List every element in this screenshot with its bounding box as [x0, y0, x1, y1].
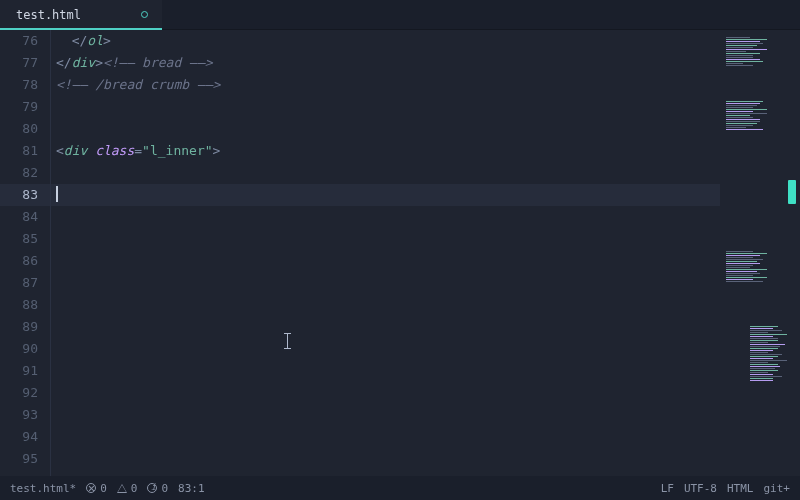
line-number: 91	[0, 360, 38, 382]
status-errors[interactable]: 0	[86, 482, 107, 495]
error-icon	[86, 483, 96, 493]
status-eol[interactable]: LF	[661, 482, 674, 495]
line-number: 79	[0, 96, 38, 118]
tab-test-html[interactable]: test.html	[0, 0, 162, 29]
status-encoding[interactable]: UTF-8	[684, 482, 717, 495]
line-number: 90	[0, 338, 38, 360]
line-number: 87	[0, 272, 38, 294]
code-line[interactable]	[56, 96, 720, 118]
line-number: 78	[0, 74, 38, 96]
main-area: 7677787980818283848586878889909192939495…	[0, 30, 800, 476]
line-number: 94	[0, 426, 38, 448]
line-number: 92	[0, 382, 38, 404]
fold-gutter[interactable]	[46, 30, 56, 476]
code-line[interactable]	[56, 404, 720, 426]
line-number: 88	[0, 294, 38, 316]
code-line[interactable]	[56, 448, 720, 470]
line-number: 89	[0, 316, 38, 338]
app-window: test.html 767778798081828384858687888990…	[0, 0, 800, 500]
line-number: 81	[0, 140, 38, 162]
code-line[interactable]	[56, 184, 720, 206]
line-number: 84	[0, 206, 38, 228]
line-number: 86	[0, 250, 38, 272]
code-line[interactable]	[56, 382, 720, 404]
code-line[interactable]	[56, 118, 720, 140]
line-number: 80	[0, 118, 38, 140]
code-line[interactable]	[56, 360, 720, 382]
line-number: 82	[0, 162, 38, 184]
info-icon	[147, 483, 157, 493]
code-line[interactable]	[56, 206, 720, 228]
status-file[interactable]: test.html*	[10, 482, 76, 495]
warning-icon	[117, 484, 127, 493]
tab-bar: test.html	[0, 0, 800, 30]
code-line[interactable]	[56, 426, 720, 448]
code-line[interactable]: <!—— /bread crumb ——>	[56, 74, 720, 96]
line-number: 95	[0, 448, 38, 470]
status-vcs[interactable]: git+	[764, 482, 791, 495]
status-language[interactable]: HTML	[727, 482, 754, 495]
code-line[interactable]	[56, 316, 720, 338]
code-line[interactable]	[56, 162, 720, 184]
minimap-viewport[interactable]	[788, 180, 796, 204]
code-area[interactable]: </ol></div><!—— bread ——><!—— /bread cru…	[56, 30, 720, 476]
status-info[interactable]: 0	[147, 482, 168, 495]
minimap[interactable]	[720, 30, 800, 476]
line-number: 93	[0, 404, 38, 426]
code-line[interactable]: </div><!—— bread ——>	[56, 52, 720, 74]
line-number: 77	[0, 52, 38, 74]
dirty-indicator-icon	[141, 11, 148, 18]
code-line[interactable]	[56, 338, 720, 360]
code-line[interactable]	[56, 294, 720, 316]
line-number: 83	[0, 184, 38, 206]
line-number: 76	[0, 30, 38, 52]
line-gutter[interactable]: 7677787980818283848586878889909192939495	[0, 30, 46, 476]
code-line[interactable]	[56, 228, 720, 250]
line-number: 85	[0, 228, 38, 250]
text-cursor-icon	[287, 333, 288, 349]
code-line[interactable]: </ol>	[56, 30, 720, 52]
code-line[interactable]	[56, 250, 720, 272]
status-bar: test.html* 0 0 0 83:1 LF UTF-8 HTML git+	[0, 476, 800, 500]
status-cursor[interactable]: 83:1	[178, 482, 205, 495]
code-line[interactable]	[56, 272, 720, 294]
code-editor[interactable]: 7677787980818283848586878889909192939495…	[0, 30, 720, 476]
code-line[interactable]: <div class="l_inner">	[56, 140, 720, 162]
tab-label: test.html	[16, 8, 81, 22]
status-warnings[interactable]: 0	[117, 482, 138, 495]
